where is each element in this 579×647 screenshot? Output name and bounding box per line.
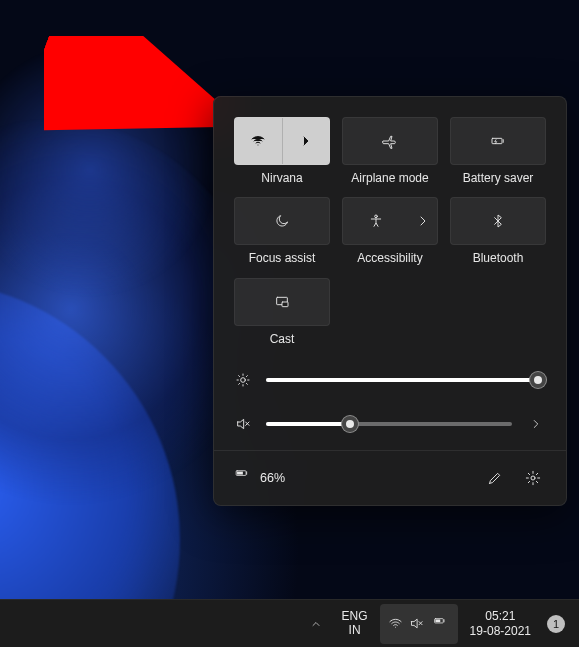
moon-icon (274, 213, 290, 229)
volume-slider[interactable] (266, 422, 512, 426)
quick-settings-panel: Nirvana Airplane mode Battery saver Focu… (213, 96, 567, 506)
battery-status-icon (232, 469, 252, 487)
language-top: ENG (342, 610, 368, 624)
svg-rect-1 (492, 138, 502, 143)
cast-tile[interactable] (234, 278, 330, 326)
wifi-icon (250, 133, 266, 149)
svg-point-5 (241, 378, 246, 383)
volume-slider-row (234, 416, 546, 432)
chevron-right-icon (296, 133, 316, 149)
language-switcher[interactable]: ENG IN (334, 604, 376, 644)
brightness-slider-row (234, 372, 546, 388)
battery-saver-tile[interactable] (450, 117, 546, 165)
clock-date: 19-08-2021 (470, 624, 531, 638)
accessibility-toggle[interactable] (343, 198, 409, 244)
chevron-up-icon (310, 618, 322, 630)
cast-label: Cast (270, 332, 295, 346)
clock-time: 05:21 (485, 609, 515, 623)
notifications-button[interactable]: 1 (543, 604, 569, 644)
settings-button[interactable] (518, 463, 548, 493)
accessibility-expand[interactable] (409, 198, 437, 244)
language-bottom: IN (349, 624, 361, 638)
gear-icon (525, 470, 541, 486)
wifi-tile-label: Nirvana (261, 171, 302, 185)
clock-button[interactable]: 05:21 19-08-2021 (462, 604, 539, 644)
battery-percentage: 66% (260, 471, 285, 485)
volume-muted-icon (234, 416, 252, 432)
chevron-right-icon (413, 213, 433, 229)
focus-assist-tile[interactable] (234, 197, 330, 245)
svg-rect-4 (282, 302, 288, 307)
volume-muted-icon (409, 616, 424, 631)
airplane-mode-tile[interactable] (342, 117, 438, 165)
airplane-mode-label: Airplane mode (351, 171, 428, 185)
accessibility-tile[interactable] (342, 197, 438, 245)
bluetooth-tile[interactable] (450, 197, 546, 245)
pencil-icon (487, 470, 503, 486)
wifi-toggle[interactable] (235, 118, 282, 164)
airplane-icon (382, 133, 398, 149)
taskbar: ENG IN 05:21 19-08-2021 1 (0, 599, 579, 647)
tray-overflow-button[interactable] (302, 604, 330, 644)
svg-point-2 (375, 215, 378, 218)
battery-saver-label: Battery saver (463, 171, 534, 185)
battery-icon (430, 617, 450, 630)
accessibility-icon (368, 213, 384, 229)
quick-settings-tiles: Nirvana Airplane mode Battery saver Focu… (234, 117, 546, 346)
system-tray-button[interactable] (380, 604, 458, 644)
wifi-expand[interactable] (282, 118, 330, 164)
notification-count-badge: 1 (547, 615, 565, 633)
focus-assist-label: Focus assist (249, 251, 316, 265)
quick-settings-footer: 66% (214, 450, 566, 505)
brightness-slider[interactable] (266, 378, 546, 382)
svg-rect-10 (435, 619, 440, 622)
accessibility-label: Accessibility (357, 251, 422, 265)
bluetooth-icon (490, 213, 506, 229)
cast-icon (274, 294, 290, 310)
bluetooth-label: Bluetooth (473, 251, 524, 265)
svg-rect-7 (237, 472, 243, 475)
battery-saver-icon (490, 133, 506, 149)
wifi-icon (388, 616, 403, 631)
brightness-icon (234, 372, 252, 388)
volume-output-expand[interactable] (526, 417, 546, 431)
wifi-tile[interactable] (234, 117, 330, 165)
svg-point-8 (531, 476, 535, 480)
edit-quick-settings-button[interactable] (480, 463, 510, 493)
